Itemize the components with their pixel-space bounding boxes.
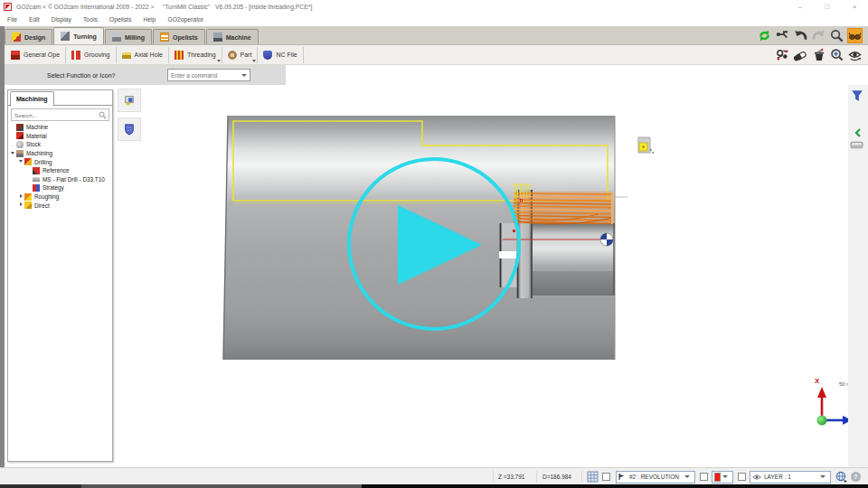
drilling-icon [24,158,32,165]
tab-label: Machine [226,34,251,41]
window-title: GO2cam < © GO2cam International 2009 - 2… [16,4,312,10]
menu-tools[interactable]: Tools [83,16,98,23]
tab-opelists[interactable]: Opelists [153,29,205,44]
tree-item-label: Machining [26,150,52,156]
menu-go2operator[interactable]: GO2operator [167,16,203,23]
tab-machining[interactable]: Machining [10,91,54,107]
app-logo-icon [4,3,12,11]
panel-icon[interactable] [850,140,863,150]
panel-tab-row: Machining [8,90,112,106]
caliper-icon[interactable] [775,28,790,43]
button-label: Threading [187,52,216,58]
undo-icon[interactable] [793,28,808,43]
tree-item-drilling[interactable]: Drilling [8,157,112,166]
sync-icon[interactable] [757,28,772,43]
close-button[interactable]: × [841,0,868,13]
redo-icon[interactable] [811,28,826,43]
glasses-icon[interactable] [847,28,863,43]
tree-item-direct[interactable]: Direct [8,201,112,210]
menu-edit[interactable]: Edit [29,16,40,23]
collapse-chevron-icon[interactable] [854,128,863,137]
search-input[interactable] [12,112,99,118]
button-nc-file[interactable]: NC File [258,47,303,63]
tab-bar: DesignTurningMillingOpelistsMachine [0,26,868,45]
search-box[interactable] [11,108,109,121]
machining-panel: Machining MachineMaterialStockMachiningD… [7,89,113,462]
expand-toggle[interactable] [18,159,24,164]
side-button-op-manager-icon[interactable] [118,89,141,112]
command-combobox[interactable] [167,69,250,81]
part-icon [228,51,237,60]
button-threading[interactable]: Threading [169,47,222,63]
tree-item-ms-flat-drill-d33-t10[interactable]: MS - Flat Drill - D33.T10 [8,175,112,184]
menu-opelists[interactable]: Opelists [109,16,132,23]
button-axial-hole[interactable]: Axial Hole [117,47,170,63]
layer-dropdown[interactable]: LAYER : 1 [750,471,831,483]
tab-design[interactable]: Design [5,29,52,44]
menu-display[interactable]: Display [52,16,71,23]
tree-spacer [26,185,32,191]
tree-item-machine[interactable]: Machine [8,123,112,132]
zoom-window-icon[interactable] [829,47,844,62]
eraser-icon[interactable] [793,47,808,62]
view-rotate-icon[interactable] [847,47,863,62]
expand-toggle[interactable] [10,151,15,156]
machining-icon [16,150,24,157]
reference-icon [33,167,40,174]
turning-icon [61,32,70,41]
expand-toggle[interactable] [18,202,24,208]
spindle-dropdown[interactable]: #2 : REVOLUTION [616,471,695,483]
tree-item-stock[interactable]: Stock [8,140,112,149]
color-checkbox[interactable] [700,473,708,481]
tab-milling[interactable]: Milling [105,29,152,44]
button-general-ope[interactable]: General Ope [5,47,66,63]
button-grooving[interactable]: Grooving [66,47,116,63]
stock-icon [16,141,24,148]
window-edge [0,26,5,467]
tree-item-material[interactable]: Material [8,132,112,141]
tree-item-roughing[interactable]: Roughing [8,192,112,202]
tree-item-label: Direct [34,202,50,209]
tree-item-machining[interactable]: Machining [8,149,112,158]
zoom-icon[interactable] [829,28,844,43]
origin-marker [600,233,613,246]
button-part[interactable]: Part [222,47,259,63]
chevron-down-icon[interactable] [252,60,256,62]
tab-machine[interactable]: Machine [206,29,259,44]
maximize-button[interactable]: □ [814,0,841,13]
button-label: Part [241,52,252,58]
title-bar: GO2cam < © GO2cam International 2009 - 2… [0,0,868,13]
machine-setup-icon[interactable] [775,47,790,62]
tree-item-label: Drilling [34,159,52,165]
tree-item-label: Reference [42,167,70,174]
help-icon: ? [851,472,861,482]
render-icon[interactable] [811,47,826,62]
go2cam-window: GO2cam < © GO2cam International 2009 - 2… [0,0,868,488]
menu-file[interactable]: File [7,16,17,23]
tab-label: Turning [73,33,97,40]
tab-turning[interactable]: Turning [53,27,104,44]
pdm-globe-icon[interactable] [835,468,847,485]
spindle-icon [618,473,627,481]
minimize-button[interactable]: – [787,0,814,13]
menu-help[interactable]: Help [143,16,156,23]
help-button[interactable]: ? [851,468,861,485]
tree-item-reference[interactable]: Reference [8,166,112,175]
chevron-down-icon[interactable] [241,74,247,77]
filter-icon[interactable] [851,89,863,102]
color-picker[interactable] [712,471,733,483]
expand-toggle[interactable] [18,194,24,200]
tree-item-strategy[interactable]: Strategy [8,183,112,192]
layer-checkbox[interactable] [738,473,746,481]
button-label: General Ope [24,52,60,58]
chevron-down-icon[interactable] [684,475,690,478]
command-input[interactable] [168,72,241,79]
grid-checkbox[interactable] [602,473,610,481]
chevron-down-icon[interactable] [217,60,221,62]
grid-icon[interactable] [587,468,599,485]
tree-spacer [10,142,15,147]
command-prompt-label: Select Function or Icon? [47,72,116,79]
chevron-down-icon[interactable] [820,475,826,478]
side-button-shield-icon[interactable] [118,117,141,141]
chevron-down-icon[interactable] [722,475,728,478]
